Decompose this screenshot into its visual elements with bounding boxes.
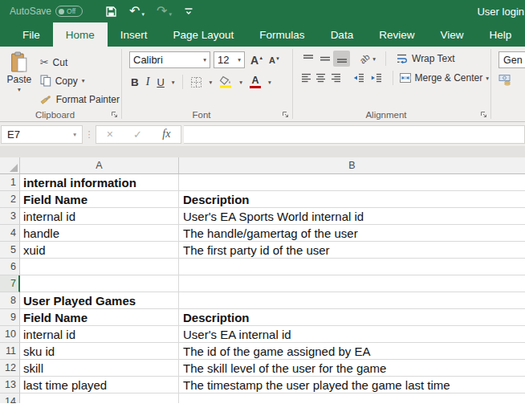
paste-button[interactable]: Paste ▾	[4, 51, 35, 108]
cell-B4[interactable]: The handle/gamertag of the user	[179, 225, 525, 242]
cell-A1[interactable]: internal information	[20, 174, 179, 191]
cell-B3[interactable]: User's EA Sports World internal id	[179, 208, 525, 225]
save-icon[interactable]	[105, 6, 117, 18]
align-center-button[interactable]	[314, 70, 328, 86]
alignment-dialog-launcher-icon[interactable]	[480, 111, 487, 118]
formula-bar-splitter[interactable]: ⋮	[83, 129, 96, 140]
copy-dropdown-icon[interactable]: ▾	[82, 77, 85, 84]
tab-file[interactable]: File	[10, 22, 53, 47]
format-painter-button[interactable]: Format Painter	[40, 90, 120, 108]
cancel-icon[interactable]: ×	[107, 128, 113, 141]
top-align-button[interactable]	[299, 51, 316, 67]
cell-B12[interactable]: The skill level of the user for the game	[179, 360, 525, 377]
customize-quick-access-icon[interactable]	[184, 7, 193, 16]
font-color-button[interactable]: A	[250, 75, 261, 89]
number-format-select[interactable]: Gen	[499, 51, 525, 68]
font-size-select[interactable]: 12 ▾	[214, 51, 245, 68]
cell-B6[interactable]	[179, 259, 525, 275]
font-name-select[interactable]: Calibri ▾	[129, 51, 210, 68]
row-header-5[interactable]: 5	[0, 242, 20, 259]
tab-formulas[interactable]: Formulas	[246, 22, 317, 47]
cell-A7[interactable]	[20, 275, 179, 292]
cell-B9[interactable]: Description	[179, 309, 525, 326]
italic-button[interactable]: I	[146, 75, 150, 88]
row-header-12[interactable]: 12	[0, 360, 20, 377]
enter-check-icon[interactable]: ✓	[133, 128, 142, 141]
cell-B7[interactable]	[179, 275, 525, 292]
font-dialog-launcher-icon[interactable]	[282, 111, 289, 118]
cell-A9[interactable]: Field Name	[20, 309, 179, 326]
select-all-button[interactable]	[0, 157, 20, 173]
increase-font-size-button[interactable]: A▲	[250, 55, 263, 66]
autosave-switch[interactable]: Off	[55, 6, 83, 17]
cell-B11[interactable]: The id of the game assigned by EA	[179, 343, 525, 360]
tab-review[interactable]: Review	[366, 22, 427, 47]
orientation-button[interactable]: ab	[358, 51, 372, 65]
redo-button[interactable]: ↷▾	[157, 5, 172, 18]
middle-align-button[interactable]	[316, 51, 333, 67]
cell-B10[interactable]: User's EA internal id	[179, 326, 525, 343]
cell-B5[interactable]: The first party id of the user	[179, 242, 525, 259]
fill-color-dropdown-icon[interactable]: ▾	[239, 79, 242, 86]
merge-center-button[interactable]: Merge & Center ▾	[399, 71, 489, 84]
cell-A13[interactable]: last time played	[20, 377, 179, 393]
name-box[interactable]: E7 ▾	[1, 125, 83, 144]
align-left-button[interactable]	[299, 70, 314, 86]
cell-A4[interactable]: handle	[20, 225, 179, 242]
bold-button[interactable]: B	[131, 76, 139, 88]
paste-dropdown-icon[interactable]: ▾	[18, 86, 21, 93]
increase-indent-button[interactable]	[369, 70, 384, 86]
orientation-dropdown-icon[interactable]: ▾	[372, 55, 376, 63]
cell-A14[interactable]	[20, 393, 179, 403]
align-right-button[interactable]	[329, 70, 344, 86]
cell-A12[interactable]: skill	[20, 360, 179, 377]
cell-A6[interactable]	[20, 259, 179, 275]
cell-A8[interactable]: User Played Games	[20, 292, 179, 309]
name-box-dropdown-icon[interactable]: ▾	[73, 131, 76, 138]
cell-A10[interactable]: internal id	[20, 326, 179, 343]
row-header-3[interactable]: 3	[0, 208, 20, 225]
tab-page-layout[interactable]: Page Layout	[161, 22, 247, 47]
accounting-format-icon[interactable]	[499, 73, 525, 86]
autosave-toggle[interactable]: AutoSave Off	[10, 6, 83, 17]
column-header-b[interactable]: B	[179, 157, 525, 173]
tab-home[interactable]: Home	[53, 22, 108, 47]
font-color-dropdown-icon[interactable]: ▾	[268, 79, 271, 86]
column-header-a[interactable]: A	[20, 157, 179, 173]
tab-insert[interactable]: Insert	[108, 22, 161, 47]
cell-B14[interactable]	[179, 393, 525, 403]
copy-button[interactable]: Copy ▾	[40, 71, 120, 90]
cell-B1[interactable]	[179, 174, 525, 191]
decrease-font-size-button[interactable]: A▼	[269, 55, 280, 65]
borders-button[interactable]	[190, 76, 202, 88]
row-header-13[interactable]: 13	[0, 377, 20, 393]
row-header-9[interactable]: 9	[0, 309, 20, 326]
tab-view[interactable]: View	[427, 22, 476, 47]
formula-input[interactable]	[184, 125, 525, 144]
row-header-11[interactable]: 11	[0, 343, 20, 360]
row-header-1[interactable]: 1	[0, 174, 20, 191]
row-header-6[interactable]: 6	[0, 259, 20, 275]
cell-A2[interactable]: Field Name	[20, 191, 179, 208]
cell-B2[interactable]: Description	[179, 191, 525, 208]
row-header-7[interactable]: 7	[0, 275, 20, 292]
borders-dropdown-icon[interactable]: ▾	[210, 79, 213, 86]
cell-A3[interactable]: internal id	[20, 208, 179, 225]
bottom-align-button[interactable]	[333, 51, 350, 67]
underline-dropdown-icon[interactable]: ▾	[172, 79, 175, 86]
cell-A11[interactable]: sku id	[20, 343, 179, 360]
row-header-2[interactable]: 2	[0, 191, 20, 208]
fill-color-button[interactable]	[219, 75, 232, 88]
undo-button[interactable]: ↶▾	[129, 5, 144, 18]
clipboard-dialog-launcher-icon[interactable]	[111, 111, 118, 118]
merge-center-dropdown-icon[interactable]: ▾	[486, 75, 489, 82]
insert-function-icon[interactable]: fx	[162, 128, 170, 141]
tab-help[interactable]: Help	[476, 22, 524, 47]
row-header-10[interactable]: 10	[0, 326, 20, 343]
cut-button[interactable]: ✂ Cut	[40, 53, 120, 71]
underline-button[interactable]: U	[157, 76, 164, 88]
row-header-14[interactable]: 14	[0, 393, 20, 403]
wrap-text-button[interactable]: Wrap Text	[396, 52, 455, 65]
row-header-8[interactable]: 8	[0, 292, 20, 309]
cell-A5[interactable]: xuid	[20, 242, 179, 259]
